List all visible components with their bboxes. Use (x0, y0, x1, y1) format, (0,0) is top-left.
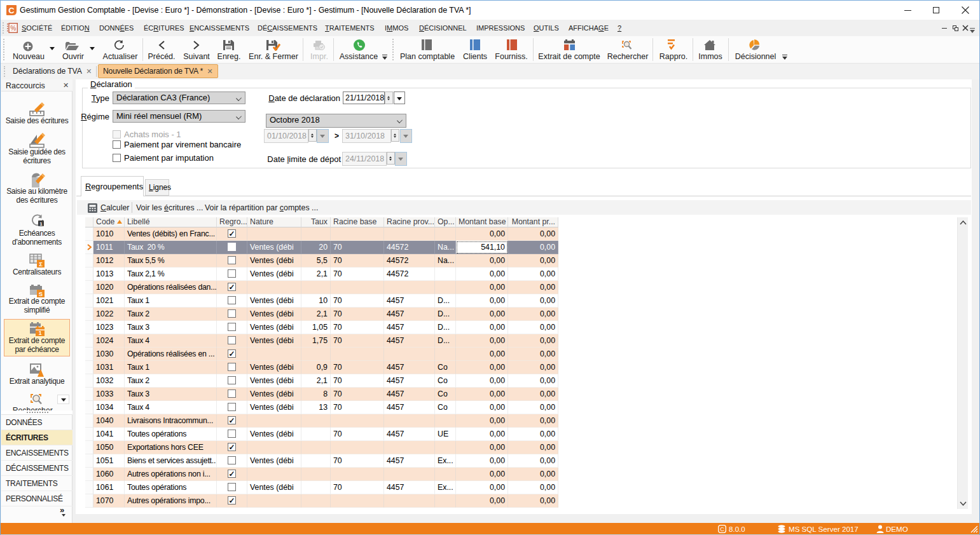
svg-text:1: 1 (39, 330, 42, 336)
svg-text:1: 1 (39, 221, 43, 227)
svg-text:%: % (10, 25, 16, 32)
svg-text:C: C (720, 526, 724, 532)
svg-text:C: C (8, 6, 15, 15)
svg-text:Σ: Σ (39, 261, 43, 268)
